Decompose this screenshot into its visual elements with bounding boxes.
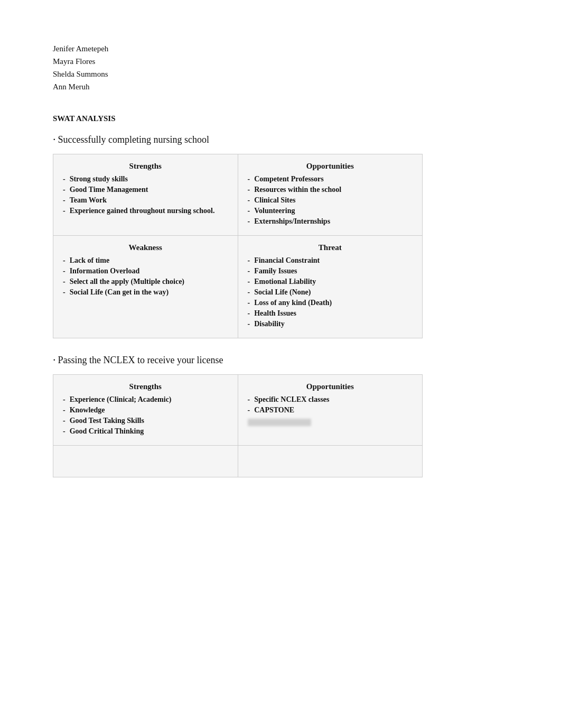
strengths-title-2: Strengths xyxy=(63,382,228,391)
list-item: -Volunteering xyxy=(248,207,413,215)
author-1: Jenifer Ametepeh xyxy=(53,42,508,55)
strengths-list-1: -Strong study skills -Good Time Manageme… xyxy=(63,175,228,215)
list-item: -Experience (Clinical; Academic) xyxy=(63,395,228,404)
list-item: -Disability xyxy=(248,320,413,328)
threat-cell-2 xyxy=(238,446,423,477)
strengths-list-2: -Experience (Clinical; Academic) -Knowle… xyxy=(63,395,228,436)
list-item: -Loss of any kind (Death) xyxy=(248,299,413,307)
author-3: Shelda Summons xyxy=(53,68,508,80)
goal-1-dot: · xyxy=(53,134,56,145)
strengths-cell-1: Strengths -Strong study skills -Good Tim… xyxy=(53,154,238,236)
list-item: -CAPSTONE xyxy=(248,406,413,414)
author-4: Ann Meruh xyxy=(53,80,508,93)
list-item: -Good Critical Thinking xyxy=(63,427,228,436)
list-item: -Emotional Liability xyxy=(248,278,413,286)
list-item: -Resources within the school xyxy=(248,186,413,194)
goal-2-line: · Passing the NCLEX to receive your lice… xyxy=(53,354,508,366)
list-item: -Clinical Sites xyxy=(248,196,413,205)
swot-table-1: Strengths -Strong study skills -Good Tim… xyxy=(53,154,423,338)
list-item: -Good Time Management xyxy=(63,186,228,194)
weakness-cell-1: Weakness -Lack of time -Information Over… xyxy=(53,236,238,338)
swat-title: SWAT ANALYSIS xyxy=(53,114,508,123)
opportunities-cell-2: Opportunities -Specific NCLEX classes -C… xyxy=(238,375,423,446)
goal-2-label: Passing the NCLEX to receive your licens… xyxy=(58,355,223,366)
list-item: -Information Overload xyxy=(63,267,228,275)
list-item xyxy=(248,417,413,426)
list-item: -Team Work xyxy=(63,196,228,205)
weakness-cell-2 xyxy=(53,446,238,477)
threat-list-1: -Financial Constraint -Family Issues -Em… xyxy=(248,256,413,328)
threat-title-1: Threat xyxy=(248,243,413,252)
list-item: -Lack of time xyxy=(63,256,228,265)
strengths-cell-2: Strengths -Experience (Clinical; Academi… xyxy=(53,375,238,446)
blurred-text xyxy=(248,419,311,426)
list-item: -Social Life (Can get in the way) xyxy=(63,288,228,297)
threat-cell-1: Threat -Financial Constraint -Family Iss… xyxy=(238,236,423,338)
list-item: -Knowledge xyxy=(63,406,228,414)
opportunities-list-2: -Specific NCLEX classes -CAPSTONE xyxy=(248,395,413,426)
list-item: -Good Test Taking Skills xyxy=(63,417,228,425)
list-item: -Specific NCLEX classes xyxy=(248,395,413,404)
opportunities-list-1: -Competent Professors -Resources within … xyxy=(248,175,413,226)
goal-1-line: · Successfully completing nursing school xyxy=(53,134,508,145)
list-item: -Select all the apply (Multiple choice) xyxy=(63,278,228,286)
weakness-title-1: Weakness xyxy=(63,243,228,252)
list-item: -Competent Professors xyxy=(248,175,413,183)
strengths-title-1: Strengths xyxy=(63,162,228,171)
author-2: Mayra Flores xyxy=(53,55,508,68)
list-item: -Externships/Internships xyxy=(248,217,413,226)
list-item: -Financial Constraint xyxy=(248,256,413,265)
authors-block: Jenifer Ametepeh Mayra Flores Shelda Sum… xyxy=(53,42,508,93)
opportunities-title-2: Opportunities xyxy=(248,382,413,391)
list-item: -Social Life (None) xyxy=(248,288,413,297)
goal-1-label: Successfully completing nursing school xyxy=(58,134,209,145)
list-item: -Strong study skills xyxy=(63,175,228,183)
list-item: -Health Issues xyxy=(248,309,413,318)
goal-2-dot: · xyxy=(53,354,56,366)
list-item: -Experience gained throughout nursing sc… xyxy=(63,207,228,215)
opportunities-title-1: Opportunities xyxy=(248,162,413,171)
swot-table-2: Strengths -Experience (Clinical; Academi… xyxy=(53,374,423,477)
weakness-list-1: -Lack of time -Information Overload -Sel… xyxy=(63,256,228,297)
opportunities-cell-1: Opportunities -Competent Professors -Res… xyxy=(238,154,423,236)
list-item: -Family Issues xyxy=(248,267,413,275)
